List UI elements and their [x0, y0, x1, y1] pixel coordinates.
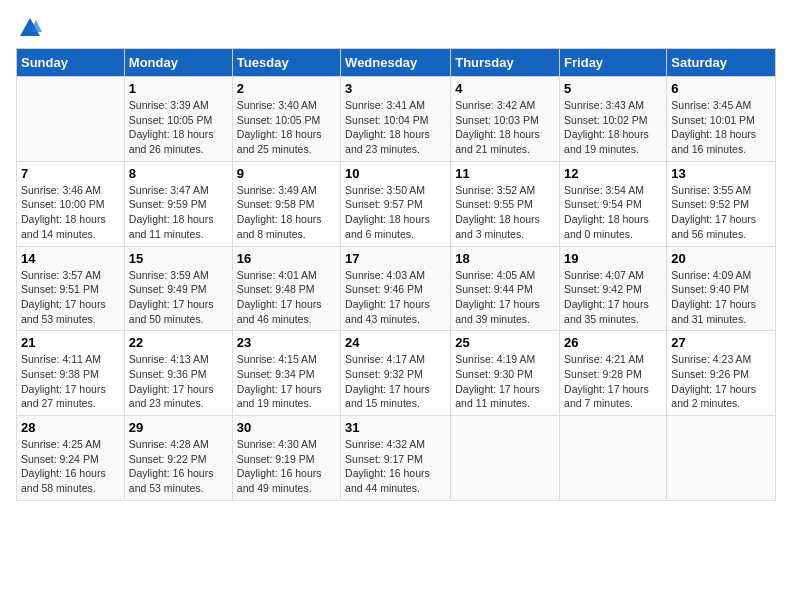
calendar-cell: 21Sunrise: 4:11 AM Sunset: 9:38 PM Dayli… [17, 331, 125, 416]
calendar-cell: 25Sunrise: 4:19 AM Sunset: 9:30 PM Dayli… [451, 331, 560, 416]
calendar-header: SundayMondayTuesdayWednesdayThursdayFrid… [17, 49, 776, 77]
day-info: Sunrise: 3:45 AM Sunset: 10:01 PM Daylig… [671, 98, 771, 157]
day-number: 7 [21, 166, 120, 181]
day-number: 3 [345, 81, 446, 96]
day-info: Sunrise: 4:32 AM Sunset: 9:17 PM Dayligh… [345, 437, 446, 496]
day-info: Sunrise: 4:23 AM Sunset: 9:26 PM Dayligh… [671, 352, 771, 411]
day-number: 21 [21, 335, 120, 350]
calendar-cell: 28Sunrise: 4:25 AM Sunset: 9:24 PM Dayli… [17, 416, 125, 501]
calendar-table: SundayMondayTuesdayWednesdayThursdayFrid… [16, 48, 776, 501]
day-number: 8 [129, 166, 228, 181]
calendar-cell: 9Sunrise: 3:49 AM Sunset: 9:58 PM Daylig… [232, 161, 340, 246]
day-number: 9 [237, 166, 336, 181]
calendar-cell: 19Sunrise: 4:07 AM Sunset: 9:42 PM Dayli… [560, 246, 667, 331]
day-info: Sunrise: 3:41 AM Sunset: 10:04 PM Daylig… [345, 98, 446, 157]
day-info: Sunrise: 3:46 AM Sunset: 10:00 PM Daylig… [21, 183, 120, 242]
day-number: 16 [237, 251, 336, 266]
calendar-cell: 13Sunrise: 3:55 AM Sunset: 9:52 PM Dayli… [667, 161, 776, 246]
day-number: 14 [21, 251, 120, 266]
header-cell-thursday: Thursday [451, 49, 560, 77]
day-number: 22 [129, 335, 228, 350]
day-info: Sunrise: 3:47 AM Sunset: 9:59 PM Dayligh… [129, 183, 228, 242]
calendar-cell [451, 416, 560, 501]
day-number: 1 [129, 81, 228, 96]
week-row-4: 21Sunrise: 4:11 AM Sunset: 9:38 PM Dayli… [17, 331, 776, 416]
header-cell-saturday: Saturday [667, 49, 776, 77]
day-number: 25 [455, 335, 555, 350]
day-info: Sunrise: 3:52 AM Sunset: 9:55 PM Dayligh… [455, 183, 555, 242]
calendar-cell: 3Sunrise: 3:41 AM Sunset: 10:04 PM Dayli… [341, 77, 451, 162]
day-number: 10 [345, 166, 446, 181]
calendar-cell [17, 77, 125, 162]
calendar-cell: 17Sunrise: 4:03 AM Sunset: 9:46 PM Dayli… [341, 246, 451, 331]
day-number: 30 [237, 420, 336, 435]
calendar-cell: 26Sunrise: 4:21 AM Sunset: 9:28 PM Dayli… [560, 331, 667, 416]
calendar-body: 1Sunrise: 3:39 AM Sunset: 10:05 PM Dayli… [17, 77, 776, 501]
day-info: Sunrise: 4:30 AM Sunset: 9:19 PM Dayligh… [237, 437, 336, 496]
header-cell-monday: Monday [124, 49, 232, 77]
header-cell-sunday: Sunday [17, 49, 125, 77]
day-info: Sunrise: 4:11 AM Sunset: 9:38 PM Dayligh… [21, 352, 120, 411]
day-number: 28 [21, 420, 120, 435]
day-number: 15 [129, 251, 228, 266]
calendar-cell: 11Sunrise: 3:52 AM Sunset: 9:55 PM Dayli… [451, 161, 560, 246]
day-info: Sunrise: 3:57 AM Sunset: 9:51 PM Dayligh… [21, 268, 120, 327]
calendar-cell: 10Sunrise: 3:50 AM Sunset: 9:57 PM Dayli… [341, 161, 451, 246]
day-info: Sunrise: 3:50 AM Sunset: 9:57 PM Dayligh… [345, 183, 446, 242]
header [16, 16, 776, 40]
calendar-cell: 22Sunrise: 4:13 AM Sunset: 9:36 PM Dayli… [124, 331, 232, 416]
calendar-cell: 15Sunrise: 3:59 AM Sunset: 9:49 PM Dayli… [124, 246, 232, 331]
calendar-cell: 2Sunrise: 3:40 AM Sunset: 10:05 PM Dayli… [232, 77, 340, 162]
calendar-cell: 24Sunrise: 4:17 AM Sunset: 9:32 PM Dayli… [341, 331, 451, 416]
day-info: Sunrise: 4:09 AM Sunset: 9:40 PM Dayligh… [671, 268, 771, 327]
day-info: Sunrise: 4:01 AM Sunset: 9:48 PM Dayligh… [237, 268, 336, 327]
day-info: Sunrise: 4:07 AM Sunset: 9:42 PM Dayligh… [564, 268, 662, 327]
calendar-cell: 18Sunrise: 4:05 AM Sunset: 9:44 PM Dayli… [451, 246, 560, 331]
day-number: 24 [345, 335, 446, 350]
calendar-cell: 12Sunrise: 3:54 AM Sunset: 9:54 PM Dayli… [560, 161, 667, 246]
logo-icon [18, 16, 42, 40]
day-info: Sunrise: 4:13 AM Sunset: 9:36 PM Dayligh… [129, 352, 228, 411]
day-number: 11 [455, 166, 555, 181]
day-info: Sunrise: 4:19 AM Sunset: 9:30 PM Dayligh… [455, 352, 555, 411]
day-number: 2 [237, 81, 336, 96]
calendar-cell: 8Sunrise: 3:47 AM Sunset: 9:59 PM Daylig… [124, 161, 232, 246]
day-number: 4 [455, 81, 555, 96]
day-info: Sunrise: 4:03 AM Sunset: 9:46 PM Dayligh… [345, 268, 446, 327]
day-info: Sunrise: 3:49 AM Sunset: 9:58 PM Dayligh… [237, 183, 336, 242]
day-info: Sunrise: 3:55 AM Sunset: 9:52 PM Dayligh… [671, 183, 771, 242]
calendar-cell: 7Sunrise: 3:46 AM Sunset: 10:00 PM Dayli… [17, 161, 125, 246]
day-number: 13 [671, 166, 771, 181]
day-info: Sunrise: 3:40 AM Sunset: 10:05 PM Daylig… [237, 98, 336, 157]
calendar-cell: 5Sunrise: 3:43 AM Sunset: 10:02 PM Dayli… [560, 77, 667, 162]
calendar-cell: 1Sunrise: 3:39 AM Sunset: 10:05 PM Dayli… [124, 77, 232, 162]
day-number: 27 [671, 335, 771, 350]
day-number: 31 [345, 420, 446, 435]
calendar-cell: 27Sunrise: 4:23 AM Sunset: 9:26 PM Dayli… [667, 331, 776, 416]
header-cell-friday: Friday [560, 49, 667, 77]
day-info: Sunrise: 3:42 AM Sunset: 10:03 PM Daylig… [455, 98, 555, 157]
calendar-cell: 31Sunrise: 4:32 AM Sunset: 9:17 PM Dayli… [341, 416, 451, 501]
day-info: Sunrise: 4:25 AM Sunset: 9:24 PM Dayligh… [21, 437, 120, 496]
day-number: 19 [564, 251, 662, 266]
day-number: 17 [345, 251, 446, 266]
header-cell-tuesday: Tuesday [232, 49, 340, 77]
calendar-cell: 6Sunrise: 3:45 AM Sunset: 10:01 PM Dayli… [667, 77, 776, 162]
day-info: Sunrise: 3:43 AM Sunset: 10:02 PM Daylig… [564, 98, 662, 157]
header-cell-wednesday: Wednesday [341, 49, 451, 77]
day-number: 6 [671, 81, 771, 96]
day-info: Sunrise: 3:59 AM Sunset: 9:49 PM Dayligh… [129, 268, 228, 327]
calendar-cell [560, 416, 667, 501]
day-number: 29 [129, 420, 228, 435]
day-info: Sunrise: 3:54 AM Sunset: 9:54 PM Dayligh… [564, 183, 662, 242]
calendar-cell [667, 416, 776, 501]
calendar-cell: 23Sunrise: 4:15 AM Sunset: 9:34 PM Dayli… [232, 331, 340, 416]
day-info: Sunrise: 3:39 AM Sunset: 10:05 PM Daylig… [129, 98, 228, 157]
logo [16, 16, 42, 40]
calendar-cell: 29Sunrise: 4:28 AM Sunset: 9:22 PM Dayli… [124, 416, 232, 501]
day-info: Sunrise: 4:05 AM Sunset: 9:44 PM Dayligh… [455, 268, 555, 327]
day-info: Sunrise: 4:28 AM Sunset: 9:22 PM Dayligh… [129, 437, 228, 496]
week-row-1: 1Sunrise: 3:39 AM Sunset: 10:05 PM Dayli… [17, 77, 776, 162]
day-number: 23 [237, 335, 336, 350]
day-number: 5 [564, 81, 662, 96]
